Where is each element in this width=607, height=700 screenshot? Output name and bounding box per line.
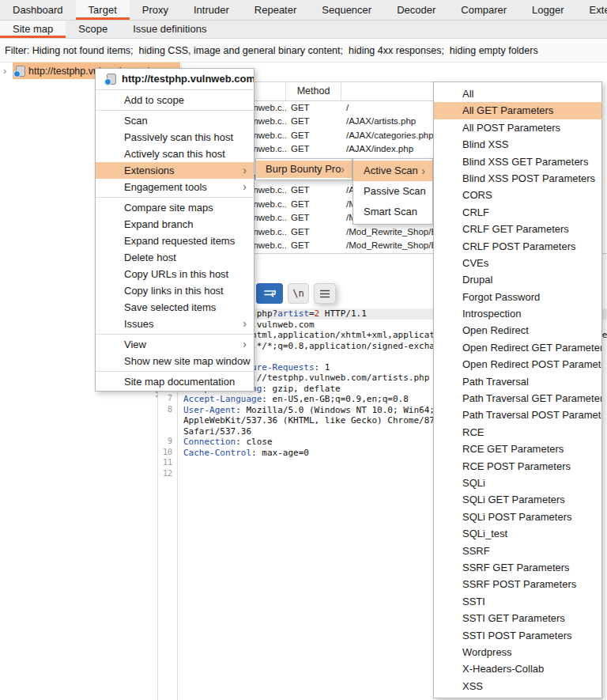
menu-item-copy-urls-in-this-host[interactable]: Copy URLs in this host (96, 266, 254, 282)
show-newlines-button[interactable]: \n (288, 283, 309, 304)
tab-repeater[interactable]: Repeater (242, 0, 309, 20)
main-tab-bar: DashboardTargetProxyIntruderRepeaterSequ… (0, 0, 607, 21)
profile-rce-post-parameters[interactable]: RCE POST Parameters (434, 458, 601, 475)
extension-burp-bounty-pro[interactable]: Burp Bounty Pro› (256, 161, 352, 178)
word-wrap-toggle-button[interactable] (256, 283, 283, 304)
profile-path-traversal-get-parameters[interactable]: Path Traversal GET Parameters (434, 390, 601, 407)
profile-ssti-post-parameters[interactable]: SSTI POST Parameters (434, 627, 601, 644)
cell-method: GET (286, 115, 341, 128)
profile-ssrf-get-parameters[interactable]: SSRF GET Parameters (434, 559, 601, 576)
profile-crlf[interactable]: CRLF (434, 204, 601, 221)
context-menu-header: http://testphp.vulnweb.com/ (96, 70, 254, 88)
menu-item-extensions[interactable]: Extensions› (96, 162, 254, 179)
menu-separator (96, 110, 254, 111)
submenu-arrow-icon: › (243, 336, 247, 353)
profile-drupal[interactable]: Drupal (434, 271, 601, 288)
profile-path-traversal-post-parameters[interactable]: Path Traversal POST Parameters (434, 407, 601, 423)
profile-cors[interactable]: CORS (434, 187, 601, 203)
menu-item-engagement-tools[interactable]: Engagement tools› (96, 179, 254, 195)
profile-ssrf[interactable]: SSRF (434, 543, 601, 559)
scan-mode-passive-scan[interactable]: Passive Scan (353, 181, 432, 202)
menu-item-compare-site-maps[interactable]: Compare site maps (96, 199, 254, 216)
sitemap-filter-bar[interactable]: Filter: Hiding not found items; hiding C… (0, 39, 607, 62)
profile-path-traversal[interactable]: Path Traversal (434, 373, 601, 390)
profile-forgot-password[interactable]: Forgot Password (434, 289, 601, 305)
cell-method: GET (286, 142, 341, 156)
chevron-right-icon[interactable]: › (3, 63, 13, 79)
menu-item-expand-branch[interactable]: Expand branch (96, 216, 254, 233)
menu-item-add-to-scope[interactable]: Add to scope (96, 92, 254, 108)
tab-logger[interactable]: Logger (519, 0, 576, 20)
profile-all-get-parameters[interactable]: All GET Parameters (434, 102, 601, 119)
line-number (155, 426, 178, 437)
menu-item-delete-host[interactable]: Delete host (96, 249, 254, 266)
column-header-method[interactable]: Method (286, 82, 341, 100)
burp-bounty-submenu: Active Scan›Passive ScanSmart Scan (353, 158, 433, 225)
subtab-site-map[interactable]: Site map (0, 21, 66, 38)
line-number: 9 (155, 437, 178, 448)
tab-proxy[interactable]: Proxy (130, 0, 181, 20)
submenu-arrow-icon: › (243, 162, 247, 179)
profile-open-redirect[interactable]: Open Redirect (434, 322, 601, 339)
cell-method: GET (286, 239, 341, 252)
profile-cves[interactable]: CVEs (434, 255, 601, 271)
profile-blind-xss-get-parameters[interactable]: Blind XSS GET Parameters (434, 153, 601, 170)
menu-separator (96, 89, 254, 90)
tab-dashboard[interactable]: Dashboard (0, 0, 76, 20)
profile-rce[interactable]: RCE (434, 424, 601, 441)
hamburger-menu-icon (319, 289, 330, 298)
profile-crlf-post-parameters[interactable]: CRLF POST Parameters (434, 238, 601, 255)
cell-method: GET (286, 129, 341, 142)
profile-sqli-get-parameters[interactable]: SQLi GET Parameters (434, 491, 601, 508)
tab-intruder[interactable]: Intruder (181, 0, 242, 20)
profile-sqli[interactable]: SQLi (434, 475, 601, 491)
cell-method: GET (286, 198, 341, 211)
menu-item-passively-scan-this-host[interactable]: Passively scan this host (96, 129, 254, 146)
menu-item-copy-links-in-this-host[interactable]: Copy links in this host (96, 282, 254, 299)
target-sub-tab-bar: Site mapScopeIssue definitions (0, 21, 607, 39)
profile-introspection[interactable]: Introspection (434, 305, 601, 322)
profile-blind-xss[interactable]: Blind XSS (434, 136, 601, 153)
context-menu-header-label: http://testphp.vulnweb.com/ (122, 73, 254, 85)
profile-rce-get-parameters[interactable]: RCE GET Parameters (434, 441, 601, 457)
subtab-scope[interactable]: Scope (66, 21, 120, 38)
menu-item-site-map-documentation[interactable]: Site map documentation (96, 373, 254, 390)
menu-separator (96, 371, 254, 372)
profile-all-post-parameters[interactable]: All POST Parameters (434, 119, 601, 136)
word-wrap-icon (263, 289, 277, 299)
profile-open-redirect-get-parameters[interactable]: Open Redirect GET Parameters (434, 339, 601, 356)
menu-item-scan[interactable]: Scan (96, 112, 254, 129)
menu-item-show-new-site-map-window[interactable]: Show new site map window (96, 353, 254, 369)
profile-x-headers-collab[interactable]: X-Headers-Collab (434, 660, 601, 677)
menu-item-expand-requested-items[interactable]: Expand requested items (96, 233, 254, 249)
menu-item-view[interactable]: View› (96, 336, 254, 353)
menu-item-issues[interactable]: Issues› (96, 316, 254, 332)
line-number: 12 (155, 469, 178, 480)
tab-sequencer[interactable]: Sequencer (309, 0, 384, 20)
menu-item-actively-scan-this-host[interactable]: Actively scan this host (96, 146, 254, 162)
submenu-arrow-icon: › (243, 179, 247, 195)
tab-decoder[interactable]: Decoder (384, 0, 448, 20)
host-file-blue-dot-icon (15, 66, 25, 76)
profile-ssti[interactable]: SSTI (434, 593, 601, 610)
tab-extender[interactable]: Extender (577, 0, 607, 20)
profile-blind-xss-post-parameters[interactable]: Blind XSS POST Parameters (434, 170, 601, 187)
profile-sqli-post-parameters[interactable]: SQLi POST Parameters (434, 509, 601, 525)
subtab-issue-definitions[interactable]: Issue definitions (120, 21, 219, 38)
tab-comparer[interactable]: Comparer (448, 0, 519, 20)
submenu-arrow-icon: › (421, 161, 425, 181)
scan-mode-smart-scan[interactable]: Smart Scan (353, 202, 432, 222)
profile-all[interactable]: All (434, 85, 601, 102)
profile-ssrf-post-parameters[interactable]: SSRF POST Parameters (434, 576, 601, 592)
profile-wordpress[interactable]: Wordpress (434, 644, 601, 660)
profile-open-redirect-post-parameters[interactable]: Open Redirect POST Parameters (434, 356, 601, 373)
tab-target[interactable]: Target (76, 0, 130, 20)
profile-sqli-test[interactable]: SQLi_test (434, 525, 601, 542)
line-number (155, 415, 178, 426)
menu-item-save-selected-items[interactable]: Save selected items (96, 299, 254, 316)
scan-mode-active-scan[interactable]: Active Scan› (353, 161, 432, 181)
profile-ssti-get-parameters[interactable]: SSTI GET Parameters (434, 610, 601, 626)
profile-crlf-get-parameters[interactable]: CRLF GET Parameters (434, 221, 601, 237)
profile-xss[interactable]: XSS (434, 678, 601, 694)
hamburger-menu-button[interactable] (314, 283, 336, 304)
